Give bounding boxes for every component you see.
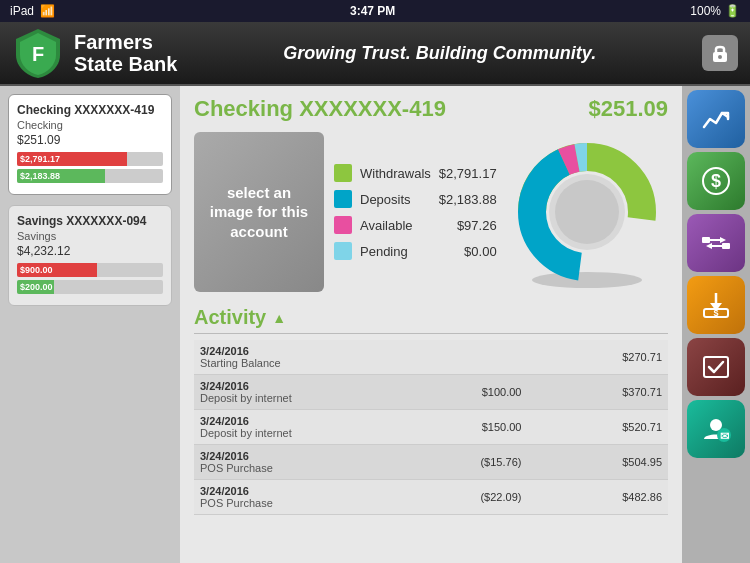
checking-balance: $251.09 xyxy=(17,133,163,147)
activity-section: Activity ▲ 3/24/2016 Starting Balance $2… xyxy=(194,306,668,515)
market-button[interactable] xyxy=(687,90,745,148)
savings-title: Savings XXXXXXX-094 xyxy=(17,214,163,228)
activity-table: 3/24/2016 Starting Balance $270.71 3/24/… xyxy=(194,340,668,515)
row-amount xyxy=(384,340,528,375)
legend-value-deposits: $2,183.88 xyxy=(439,192,497,207)
activity-header: Activity ▲ xyxy=(194,306,668,334)
donut-chart xyxy=(507,132,667,292)
table-row: 3/24/2016 Deposit by internet $100.00 $3… xyxy=(194,375,668,410)
row-date: 3/24/2016 xyxy=(200,345,378,357)
table-row: 3/24/2016 Deposit by internet $150.00 $5… xyxy=(194,410,668,445)
row-date-desc: 3/24/2016 POS Purchase xyxy=(194,480,384,515)
svg-text:$: $ xyxy=(711,171,721,191)
legend-label-deposits: Deposits xyxy=(360,192,431,207)
row-desc: Deposit by internet xyxy=(200,392,378,404)
row-date-desc: 3/24/2016 Deposit by internet xyxy=(194,375,384,410)
transfer-button[interactable] xyxy=(687,214,745,272)
logo-shield: F xyxy=(12,27,64,79)
legend-color-withdrawals xyxy=(334,164,352,182)
svg-point-9 xyxy=(555,180,619,244)
checking-bar1-red: $2,791.17 xyxy=(17,152,127,166)
row-amount: $150.00 xyxy=(384,410,528,445)
bank-name-line2: State Bank xyxy=(74,53,177,75)
row-balance: $270.71 xyxy=(527,340,668,375)
battery-icon: 🔋 xyxy=(725,4,740,18)
savings-bar1-red: $900.00 xyxy=(17,263,97,277)
deposit-button[interactable]: $ xyxy=(687,276,745,334)
checking-bar2-label: $2,183.88 xyxy=(20,171,60,181)
savings-bar2-row: $200.00 xyxy=(17,280,163,294)
svg-text:✉: ✉ xyxy=(720,430,729,442)
row-date-desc: 3/24/2016 Deposit by internet xyxy=(194,410,384,445)
table-row: 3/24/2016 Starting Balance $270.71 xyxy=(194,340,668,375)
checking-bar2-green: $2,183.88 xyxy=(17,169,105,183)
bank-name-line1: Farmers xyxy=(74,31,177,53)
chart-legend: Withdrawals $2,791.17 Deposits $2,183.88… xyxy=(334,132,497,292)
main-account-balance: $251.09 xyxy=(588,96,668,122)
row-date-desc: 3/24/2016 POS Purchase xyxy=(194,445,384,480)
account-card-savings[interactable]: Savings XXXXXXX-094 Savings $4,232.12 $9… xyxy=(8,205,172,306)
legend-color-pending xyxy=(334,242,352,260)
savings-bar1-container: $900.00 xyxy=(17,263,163,277)
savings-bar2-label: $200.00 xyxy=(20,282,53,292)
right-sidebar: $ $ xyxy=(682,86,750,563)
checking-type: Checking xyxy=(17,119,163,131)
savings-balance: $4,232.12 xyxy=(17,244,163,258)
savings-bar2-green: $200.00 xyxy=(17,280,54,294)
svg-rect-13 xyxy=(722,243,730,249)
lock-icon[interactable] xyxy=(702,35,738,71)
battery-label: 100% xyxy=(690,4,721,18)
row-desc: Deposit by internet xyxy=(200,427,378,439)
legend-row-pending: Pending $0.00 xyxy=(334,242,497,260)
svg-marker-17 xyxy=(706,243,712,249)
svg-rect-12 xyxy=(702,237,710,243)
chart-section: select an image for this account Withdra… xyxy=(194,132,668,292)
legend-value-pending: $0.00 xyxy=(464,244,497,259)
svg-point-3 xyxy=(532,272,642,288)
svg-text:$: $ xyxy=(713,308,718,318)
row-balance: $370.71 xyxy=(527,375,668,410)
logo-area: F Farmers State Bank xyxy=(12,27,177,79)
account-card-checking[interactable]: Checking XXXXXXX-419 Checking $251.09 $2… xyxy=(8,94,172,195)
row-desc: POS Purchase xyxy=(200,497,378,509)
row-desc: Starting Balance xyxy=(200,357,378,369)
status-bar: iPad 📶 3:47 PM 100% 🔋 xyxy=(0,0,750,22)
row-amount: $100.00 xyxy=(384,375,528,410)
savings-bar2-container: $200.00 xyxy=(17,280,163,294)
row-amount: ($15.76) xyxy=(384,445,528,480)
image-placeholder-text: select an image for this account xyxy=(204,183,314,242)
row-amount: ($22.09) xyxy=(384,480,528,515)
row-balance: $520.71 xyxy=(527,410,668,445)
svg-rect-22 xyxy=(704,357,728,377)
svg-point-2 xyxy=(718,55,722,59)
table-row: 3/24/2016 POS Purchase ($22.09) $482.86 xyxy=(194,480,668,515)
main-content: Checking XXXXXXX-419 Checking $251.09 $2… xyxy=(0,86,750,563)
savings-bar1-row: $900.00 xyxy=(17,263,163,277)
account-header: Checking XXXXXXX-419 $251.09 xyxy=(194,96,668,122)
donut-chart-container xyxy=(507,132,668,292)
check-button[interactable] xyxy=(687,338,745,396)
row-date-desc: 3/24/2016 Starting Balance xyxy=(194,340,384,375)
row-date: 3/24/2016 xyxy=(200,485,378,497)
dollar-button[interactable]: $ xyxy=(687,152,745,210)
row-date: 3/24/2016 xyxy=(200,380,378,392)
status-right: 100% 🔋 xyxy=(690,4,740,18)
legend-color-available xyxy=(334,216,352,234)
activity-sort-icon[interactable]: ▲ xyxy=(272,310,286,326)
header-tagline: Growing Trust. Building Community. xyxy=(177,43,702,64)
activity-title: Activity xyxy=(194,306,266,329)
legend-row-available: Available $97.26 xyxy=(334,216,497,234)
table-row: 3/24/2016 POS Purchase ($15.76) $504.95 xyxy=(194,445,668,480)
legend-label-available: Available xyxy=(360,218,449,233)
legend-label-withdrawals: Withdrawals xyxy=(360,166,431,181)
checking-title: Checking XXXXXXX-419 xyxy=(17,103,163,117)
checking-bar1-container: $2,791.17 xyxy=(17,152,163,166)
center-area: Checking XXXXXXX-419 $251.09 select an i… xyxy=(180,86,682,563)
main-account-title: Checking XXXXXXX-419 xyxy=(194,96,446,122)
image-placeholder[interactable]: select an image for this account xyxy=(194,132,324,292)
legend-value-available: $97.26 xyxy=(457,218,497,233)
row-balance: $482.86 xyxy=(527,480,668,515)
row-date: 3/24/2016 xyxy=(200,450,378,462)
contact-button[interactable]: ✉ xyxy=(687,400,745,458)
row-balance: $504.95 xyxy=(527,445,668,480)
